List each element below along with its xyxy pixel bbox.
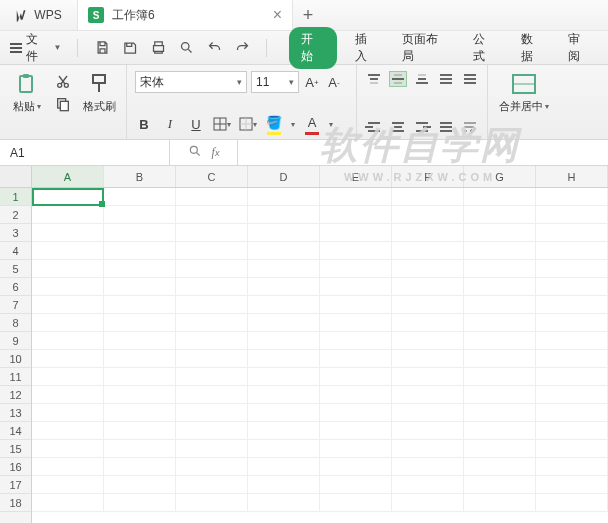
row-header[interactable]: 4 xyxy=(0,242,31,260)
cell[interactable] xyxy=(104,494,176,512)
cell[interactable] xyxy=(320,206,392,224)
cell[interactable] xyxy=(176,224,248,242)
borders-button[interactable]: ▾ xyxy=(213,115,231,133)
align-middle-icon[interactable] xyxy=(389,71,407,87)
column-header[interactable]: G xyxy=(464,166,536,187)
cell[interactable] xyxy=(32,404,104,422)
cells-area[interactable] xyxy=(32,188,608,512)
cell[interactable] xyxy=(464,350,536,368)
cell[interactable] xyxy=(176,242,248,260)
row-header[interactable]: 16 xyxy=(0,458,31,476)
cell[interactable] xyxy=(104,314,176,332)
cell[interactable] xyxy=(104,440,176,458)
cell[interactable] xyxy=(392,458,464,476)
cell[interactable] xyxy=(176,350,248,368)
cell[interactable] xyxy=(104,296,176,314)
fill-color-button[interactable]: 🪣 xyxy=(265,113,283,135)
cell[interactable] xyxy=(248,242,320,260)
align-top-icon[interactable] xyxy=(365,71,383,87)
cell[interactable] xyxy=(536,332,608,350)
cell[interactable] xyxy=(176,260,248,278)
cell[interactable] xyxy=(176,386,248,404)
cell[interactable] xyxy=(536,404,608,422)
close-tab-icon[interactable]: × xyxy=(273,7,282,23)
cell[interactable] xyxy=(320,314,392,332)
cell[interactable] xyxy=(248,368,320,386)
cell[interactable] xyxy=(248,206,320,224)
cell[interactable] xyxy=(32,296,104,314)
cell[interactable] xyxy=(320,242,392,260)
cell[interactable] xyxy=(464,224,536,242)
cell[interactable] xyxy=(176,188,248,206)
undo-icon[interactable] xyxy=(206,40,222,56)
cell[interactable] xyxy=(392,422,464,440)
cell[interactable] xyxy=(464,242,536,260)
cell[interactable] xyxy=(536,296,608,314)
cell[interactable] xyxy=(536,278,608,296)
cell[interactable] xyxy=(32,350,104,368)
font-name-combo[interactable]: 宋体▾ xyxy=(135,71,247,93)
align-center-icon[interactable] xyxy=(389,119,407,135)
paste-button[interactable]: 粘贴▾ xyxy=(8,71,46,114)
cell[interactable] xyxy=(320,494,392,512)
all-borders-button[interactable]: ▾ xyxy=(239,115,257,133)
cell[interactable] xyxy=(176,440,248,458)
cell[interactable] xyxy=(32,458,104,476)
print-preview-icon[interactable] xyxy=(178,40,194,56)
decrease-font-icon[interactable]: A- xyxy=(325,73,343,91)
cell[interactable] xyxy=(32,476,104,494)
save-as-icon[interactable] xyxy=(122,40,138,56)
app-logo[interactable]: WPS xyxy=(0,0,78,30)
save-icon[interactable] xyxy=(94,40,110,56)
cell[interactable] xyxy=(536,422,608,440)
cell[interactable] xyxy=(248,404,320,422)
cell[interactable] xyxy=(320,350,392,368)
cell[interactable] xyxy=(32,386,104,404)
cell[interactable] xyxy=(248,260,320,278)
formula-input[interactable] xyxy=(238,140,608,165)
cell[interactable] xyxy=(104,386,176,404)
tab-formula[interactable]: 公式 xyxy=(467,27,503,69)
font-size-combo[interactable]: 11▾ xyxy=(251,71,299,93)
cell[interactable] xyxy=(248,350,320,368)
column-header[interactable]: E xyxy=(320,166,392,187)
cell[interactable] xyxy=(464,188,536,206)
cell[interactable] xyxy=(536,494,608,512)
tab-review[interactable]: 审阅 xyxy=(562,27,598,69)
cell[interactable] xyxy=(320,440,392,458)
cell[interactable] xyxy=(104,422,176,440)
row-header[interactable]: 14 xyxy=(0,422,31,440)
column-header[interactable]: H xyxy=(536,166,608,187)
justify-icon[interactable] xyxy=(437,119,455,135)
cell[interactable] xyxy=(464,458,536,476)
cell[interactable] xyxy=(248,494,320,512)
row-header[interactable]: 3 xyxy=(0,224,31,242)
cell[interactable] xyxy=(176,458,248,476)
cell[interactable] xyxy=(32,368,104,386)
cell[interactable] xyxy=(176,476,248,494)
cell[interactable] xyxy=(536,350,608,368)
cell[interactable] xyxy=(248,422,320,440)
cell[interactable] xyxy=(32,278,104,296)
file-menu[interactable]: 文件 ▼ xyxy=(10,31,61,65)
cell[interactable] xyxy=(248,386,320,404)
cell[interactable] xyxy=(464,494,536,512)
cell[interactable] xyxy=(392,440,464,458)
cell[interactable] xyxy=(176,278,248,296)
cell[interactable] xyxy=(536,440,608,458)
cell[interactable] xyxy=(104,332,176,350)
bold-button[interactable]: B xyxy=(135,115,153,133)
cell[interactable] xyxy=(32,206,104,224)
cell[interactable] xyxy=(320,476,392,494)
cell[interactable] xyxy=(464,206,536,224)
cell[interactable] xyxy=(32,314,104,332)
cell[interactable] xyxy=(464,296,536,314)
cell[interactable] xyxy=(32,224,104,242)
cell[interactable] xyxy=(464,440,536,458)
cell[interactable] xyxy=(536,476,608,494)
cell[interactable] xyxy=(104,206,176,224)
cell[interactable] xyxy=(464,404,536,422)
cell[interactable] xyxy=(104,260,176,278)
align-right-icon[interactable] xyxy=(413,119,431,135)
row-header[interactable]: 17 xyxy=(0,476,31,494)
